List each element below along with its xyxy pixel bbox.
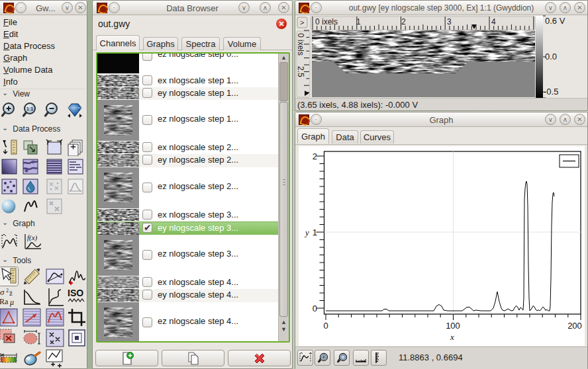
svg-text:2: 2 — [313, 151, 317, 161]
svg-text:f(x): f(x) — [27, 233, 38, 242]
svg-text:0: 0 — [323, 321, 328, 331]
svg-text:100: 100 — [446, 321, 460, 331]
svg-text:-0.5: -0.5 — [544, 87, 558, 97]
svg-text:ISO: ISO — [68, 288, 83, 298]
svg-text:0: 0 — [313, 304, 317, 313]
svg-text:1: 1 — [313, 227, 317, 237]
svg-text:1: 1 — [356, 17, 361, 26]
svg-text:3: 3 — [447, 17, 452, 26]
svg-text:4: 4 — [491, 17, 496, 26]
svg-text:2: 2 — [401, 17, 406, 26]
svg-text:1:1: 1:1 — [26, 106, 33, 111]
svg-text:2.5: 2.5 — [296, 66, 305, 77]
svg-text:0 ixels: 0 ixels — [315, 17, 338, 26]
svg-text:x: x — [450, 332, 454, 342]
svg-text:Ra: Ra — [0, 297, 9, 306]
svg-text:μ: μ — [9, 298, 14, 307]
svg-text:0.0: 0.0 — [545, 52, 557, 62]
svg-text:0.6 V: 0.6 V — [545, 16, 565, 26]
svg-text:200: 200 — [567, 321, 582, 331]
svg-text:2: 2 — [6, 288, 9, 294]
svg-text:y: y — [304, 227, 309, 237]
svg-text:0 ixels: 0 ixels — [296, 33, 305, 56]
svg-text:z̄: z̄ — [9, 289, 13, 297]
svg-text:>: > — [300, 19, 304, 26]
svg-text:σ: σ — [0, 287, 5, 297]
